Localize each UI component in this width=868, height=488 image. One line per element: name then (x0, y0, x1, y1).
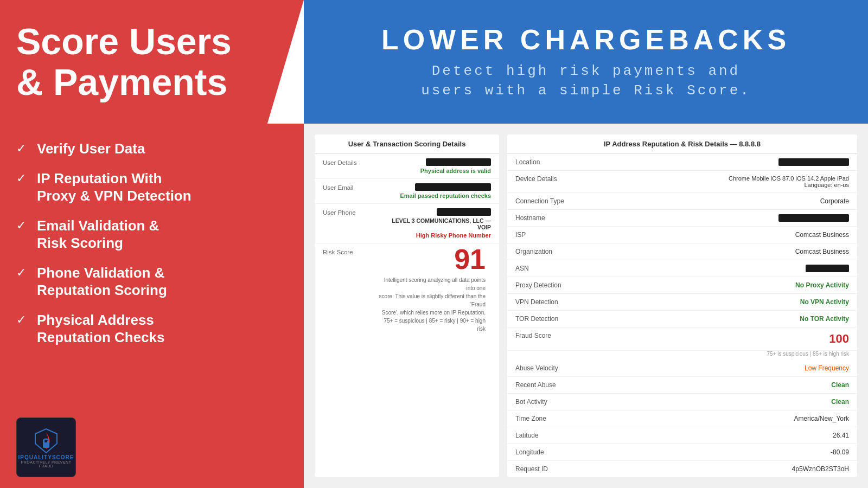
connection-type-row: Connection Type Corporate (507, 193, 857, 210)
logo-graphic (33, 427, 60, 454)
hero-right: LOWER CHARGEBACKS Detect high risk payme… (304, 0, 868, 124)
location-value (591, 158, 849, 166)
check-item-address: ✓ Physical AddressReputation Checks (16, 311, 288, 346)
user-details-blacked (426, 158, 491, 166)
location-row: Location (507, 154, 857, 171)
hostname-row: Hostname (507, 210, 857, 227)
asn-row: ASN (507, 260, 857, 277)
user-phone-value: LEVEL 3 COMMUNICATIONS, LLC — VOIP High … (377, 208, 491, 239)
request-id-value: 4p5WznOB2ST3oH (591, 465, 849, 473)
ip-reputation-panel: IP Address Reputation & Risk Details — 8… (507, 134, 857, 477)
lower-chargebacks-title: LOWER CHARGEBACKS (381, 23, 790, 56)
user-email-note: Email passed reputation checks (400, 192, 491, 199)
time-zone-label: Time Zone (515, 415, 586, 422)
hero-title-line2: & Payments (16, 62, 232, 102)
check-item-ip: ✓ IP Reputation WithProxy & VPN Detectio… (16, 170, 288, 205)
time-zone-value: America/New_York (591, 415, 849, 422)
check-item-phone: ✓ Phone Validation &Reputation Scoring (16, 264, 288, 299)
risk-score-number: 91 (454, 245, 491, 273)
latitude-value: 26.41 (591, 432, 849, 439)
organization-value: Comcast Business (591, 248, 849, 255)
recent-abuse-label: Recent Abuse (515, 381, 586, 389)
asn-label: ASN (515, 265, 586, 272)
user-email-row: User Email Email passed reputation check… (315, 179, 499, 204)
longitude-value: -80.09 (591, 448, 849, 456)
bot-activity-row: Bot Activity Clean (507, 394, 857, 410)
hero-left: Score Users & Payments (0, 0, 304, 124)
check-text-verify: Verify User Data (37, 140, 145, 158)
organization-row: Organization Comcast Business (507, 243, 857, 260)
bottom-section: ✓ Verify User Data ✓ IP Reputation WithP… (0, 124, 868, 488)
hero-subtitle: Detect high risk payments and users with… (421, 61, 751, 101)
connection-type-value: Corporate (591, 197, 849, 205)
abuse-velocity-row: Abuse Velocity Low Frequency (507, 360, 857, 377)
check-item-email: ✓ Email Validation &Risk Scoring (16, 217, 288, 252)
proxy-detection-value: No Proxy Activity (591, 281, 849, 289)
vpn-detection-row: VPN Detection No VPN Activity (507, 294, 857, 311)
abuse-velocity-value: Low Frequency (591, 364, 849, 372)
time-zone-row: Time Zone America/New_York (507, 410, 857, 427)
ip-data-table: Location Device Details Chrome Mobile iO… (507, 154, 857, 477)
risk-score-description: Intelligent scoring analyzing all data p… (377, 276, 491, 333)
isp-row: ISP Comcast Business (507, 227, 857, 243)
check-icon-ip: ✓ (16, 171, 26, 185)
tor-detection-value: No TOR Activity (591, 315, 849, 323)
hostname-label: Hostname (515, 214, 586, 222)
svg-marker-0 (35, 429, 57, 453)
fraud-score-row: Fraud Score 100 (507, 328, 857, 351)
bot-activity-label: Bot Activity (515, 398, 586, 406)
right-content: User & Transaction Scoring Details User … (304, 124, 868, 488)
proxy-detection-label: Proxy Detection (515, 281, 586, 289)
check-icon-address: ✓ (16, 313, 26, 327)
longitude-row: Longitude -80.09 (507, 444, 857, 461)
organization-label: Organization (515, 248, 586, 255)
tor-detection-row: TOR Detection No TOR Activity (507, 311, 857, 328)
user-email-label: User Email (323, 183, 372, 191)
device-details-label: Device Details (515, 175, 586, 183)
fraud-score-value: 100 (591, 332, 849, 346)
user-phone-risk: High Risky Phone Number (416, 232, 491, 239)
risk-score-row: Risk Score 91 Intelligent scoring analyz… (315, 243, 499, 343)
device-details-row: Device Details Chrome Mobile iOS 87.0 iO… (507, 171, 857, 193)
proxy-detection-row: Proxy Detection No Proxy Activity (507, 277, 857, 294)
hero-title-line1: Score Users (16, 21, 232, 62)
check-text-phone: Phone Validation &Reputation Scoring (37, 264, 167, 299)
location-label: Location (515, 158, 586, 166)
user-phone-row: User Phone LEVEL 3 COMMUNICATIONS, LLC —… (315, 204, 499, 243)
tor-detection-label: TOR Detection (515, 315, 586, 323)
latitude-label: Latitude (515, 432, 586, 439)
ip-panel-header: IP Address Reputation & Risk Details — 8… (507, 134, 857, 154)
isp-value: Comcast Business (591, 231, 849, 239)
recent-abuse-value: Clean (591, 381, 849, 389)
risk-score-section: 91 Intelligent scoring analyzing all dat… (377, 248, 491, 338)
check-text-email: Email Validation &Risk Scoring (37, 217, 159, 252)
user-panel-header: User & Transaction Scoring Details (315, 134, 499, 154)
check-icon-verify: ✓ (16, 142, 26, 156)
hostname-value (591, 214, 849, 222)
left-panel: ✓ Verify User Data ✓ IP Reputation WithP… (0, 124, 304, 488)
check-item-verify: ✓ Verify User Data (16, 140, 288, 158)
user-phone-carrier: LEVEL 3 COMMUNICATIONS, LLC — VOIP (377, 217, 491, 230)
vpn-detection-label: VPN Detection (515, 298, 586, 306)
svg-rect-1 (43, 442, 49, 448)
location-blacked (778, 158, 849, 166)
hero-section: Score Users & Payments LOWER CHARGEBACKS… (0, 0, 868, 124)
connection-type-label: Connection Type (515, 197, 586, 205)
user-email-value: Email passed reputation checks (377, 183, 491, 199)
logo-box: IPQUALITYSCORE PROACTIVELY PREVENT FRAUD (16, 418, 76, 477)
subtitle-line1: Detect high risk payments and (432, 63, 740, 79)
logo-area: IPQUALITYSCORE PROACTIVELY PREVENT FRAUD (16, 418, 288, 477)
vpn-detection-value: No VPN Activity (591, 298, 849, 306)
request-id-row: Request ID 4p5WznOB2ST3oH (507, 461, 857, 477)
user-phone-label: User Phone (323, 208, 372, 216)
user-phone-blacked (437, 208, 491, 216)
user-details-row: User Details Physical address is valid (315, 154, 499, 179)
asn-value (591, 265, 849, 272)
request-id-label: Request ID (515, 465, 586, 473)
subtitle-line2: users with a simple Risk Score. (421, 82, 751, 99)
bot-activity-value: Clean (591, 398, 849, 406)
check-text-ip: IP Reputation WithProxy & VPN Detection (37, 170, 192, 205)
user-transaction-panel: User & Transaction Scoring Details User … (315, 134, 499, 477)
check-text-address: Physical AddressReputation Checks (37, 311, 165, 346)
abuse-velocity-label: Abuse Velocity (515, 364, 586, 372)
